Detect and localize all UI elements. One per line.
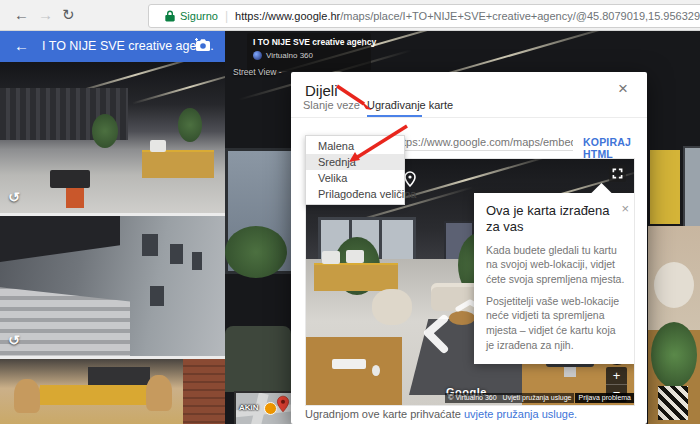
author-avatar [253, 51, 262, 60]
streetview-info-card: I TO NIJE SVE creative agency ⋮ Virtualn… [247, 33, 371, 71]
back-icon[interactable]: ← [14, 6, 29, 24]
url-path: /maps/place/I+TO+NIJE+SVE+creative+agenc… [340, 10, 700, 22]
url-origin: https://www.google.hr [235, 10, 340, 22]
dialog-divider [291, 117, 647, 118]
map-tooltip-card: Ova je karta izrađena za vas × Kada bude… [474, 193, 635, 364]
tooltip-paragraph-2: Posjetitelji vaše web-lokacije neće vidj… [486, 294, 626, 353]
tooltip-title: Ova je karta izrađena za vas [486, 203, 612, 236]
pano-360-icon: ↺ [8, 189, 20, 205]
dialog-title: Dijeli [305, 82, 338, 99]
embed-terms-footer: Ugradnjom ove karte prihvaćate uvjete pr… [305, 408, 577, 420]
background-sofa [225, 326, 291, 392]
overflow-menu-icon[interactable]: ⋮ [358, 37, 367, 47]
back-arrow-icon[interactable]: ← [14, 37, 29, 54]
sidebar-header: ← I TO NIJE SVE creative agen... [0, 30, 225, 62]
fullscreen-icon [612, 168, 623, 179]
menu-item-custom[interactable]: Prilagođena veličina [306, 186, 404, 202]
photo-sidebar: ← I TO NIJE SVE creative agen... ↺ ↺ [0, 30, 225, 424]
map-attribution-bar: © Virtualno 360 Uvjeti pružanja usluge P… [445, 393, 634, 403]
omnibox-separator: | [225, 9, 228, 23]
zoom-in-button[interactable]: + [606, 367, 627, 384]
menu-item-large[interactable]: Velika [306, 170, 404, 186]
attribution-copyright: © Virtualno 360 [445, 393, 499, 403]
background-right-strip [648, 30, 700, 424]
embed-url-input[interactable] [403, 134, 573, 151]
streetview-pin-icon [404, 171, 416, 187]
menu-item-medium[interactable]: Srednja [306, 154, 404, 170]
menu-item-small[interactable]: Malena [306, 138, 404, 154]
fullscreen-button[interactable] [609, 165, 626, 182]
copy-html-button[interactable]: KOPIRAJ HTML [583, 136, 647, 160]
security-label: Sigurno [180, 10, 218, 22]
photo-thumbnail-office[interactable]: ↺ [0, 62, 225, 213]
map-pin-icon [276, 395, 290, 413]
add-photo-camera-icon[interactable] [194, 38, 211, 56]
pano-360-icon: ↺ [8, 332, 20, 348]
footer-text: Ugradnjom ove karte prihvaćate [305, 408, 464, 420]
attribution-terms-link[interactable]: Uvjeti pružanja usluge [500, 393, 575, 403]
photo-thumbnail-building[interactable]: ↺ [0, 216, 225, 356]
dialog-close-icon[interactable]: × [618, 80, 628, 97]
browser-toolbar: ← → ↻ Sigurno | https://www.google.hr/ma… [0, 0, 700, 31]
size-dropdown-menu: Malena Srednja Velika Prilagođena veliči… [305, 135, 405, 205]
footer-terms-link[interactable]: uvjete pružanja usluge. [464, 408, 577, 420]
lock-icon [165, 10, 175, 22]
address-bar[interactable]: Sigurno | https://www.google.hr/maps/pla… [148, 4, 700, 28]
report-problem-link[interactable]: Prijava problema [575, 393, 634, 403]
sidebar-title: I TO NIJE SVE creative agen... [42, 39, 214, 53]
reload-icon[interactable]: ↻ [62, 6, 75, 24]
street-view-label: Street View - [233, 67, 282, 77]
tab-send-link[interactable]: Slanje veze [303, 99, 360, 111]
background-plant [225, 226, 287, 278]
minimap[interactable]: AKiN [234, 391, 293, 424]
share-dialog: Dijeli × Slanje veze Ugrađivanje karte K… [291, 72, 647, 424]
minimap-place-label: AKiN [239, 403, 259, 412]
url-text: https://www.google.hr/maps/place/I+TO+NI… [235, 10, 700, 22]
tooltip-close-icon[interactable]: × [621, 201, 629, 216]
photo-thumbnail-meeting-room[interactable] [0, 359, 225, 424]
author-name[interactable]: Virtualno 360 [266, 51, 313, 60]
forward-icon[interactable]: → [38, 6, 53, 24]
place-name: I TO NIJE SVE creative agency [253, 37, 365, 47]
tooltip-paragraph-1: Kada budete gledali tu kartu na svojoj w… [486, 243, 626, 287]
tab-embed-map[interactable]: Ugrađivanje karte [367, 99, 453, 111]
screenshot-root: { "browser": { "security_label": "Sigurn… [0, 0, 700, 424]
